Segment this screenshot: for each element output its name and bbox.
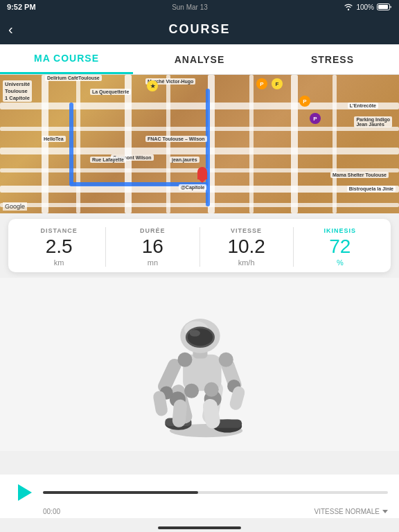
stat-vitesse-label: VITESSE <box>203 227 290 234</box>
robot-avatar <box>130 288 269 441</box>
stat-ikinesis: IKINESIS 72 % <box>294 227 387 267</box>
play-button[interactable] <box>11 480 36 505</box>
svg-point-28 <box>184 384 199 398</box>
map-label-entrecote: L'Entrecôte <box>348 103 378 109</box>
svg-point-27 <box>219 353 233 367</box>
map-icon-5: F <box>272 78 283 89</box>
stat-ikinesis-value: 72 <box>296 237 384 256</box>
battery-label: 100% <box>356 3 374 11</box>
tab-analyse[interactable]: ANALYSE <box>133 44 266 74</box>
svg-point-29 <box>204 382 219 397</box>
stat-duree-label: DURÉE <box>109 227 196 234</box>
svg-point-26 <box>177 353 192 367</box>
map-label-quequette: La Quequetterie <box>90 89 131 95</box>
stat-distance-value: 2.5 <box>15 237 103 256</box>
time-speed-row: 00:00 VITESSE NORMALE <box>11 508 388 515</box>
stat-duree-value: 16 <box>109 237 196 256</box>
map-label-jeanjauressq: jean.jaurès <box>170 157 200 163</box>
google-label: Google <box>3 202 27 211</box>
stat-ikinesis-label: IKINESIS <box>296 227 384 234</box>
header: ‹ COURSE <box>0 14 399 44</box>
back-button[interactable]: ‹ <box>8 21 13 37</box>
playback-row <box>11 480 388 505</box>
stat-vitesse: VITESSE 10.2 km/h <box>200 227 294 267</box>
progress-fill <box>43 491 198 494</box>
map-icon-2: ★ <box>147 80 158 91</box>
map-label-universite: UniversitéToulouse1 Capitole <box>3 80 32 102</box>
map-label-parking: Parking IndigoJean Jaurès <box>354 116 392 127</box>
stat-distance-unit: km <box>15 258 103 267</box>
status-date: Sun Mar 13 <box>172 3 208 11</box>
speed-selector[interactable]: VITESSE NORMALE <box>314 508 388 515</box>
stat-distance: DISTANCE 2.5 km <box>12 227 106 267</box>
stat-duree: DURÉE 16 mn <box>106 227 200 267</box>
playback-controls: 00:00 VITESSE NORMALE <box>0 475 399 518</box>
map-icon-3: P <box>299 96 310 107</box>
stat-distance-label: DISTANCE <box>15 227 103 234</box>
map-background: UniversitéToulouse1 Capitole Marché Vict… <box>0 75 399 213</box>
speed-caret-icon <box>382 510 388 513</box>
svg-rect-1 <box>378 5 388 9</box>
stat-vitesse-unit: km/h <box>203 258 290 267</box>
current-time-label: 00:00 <box>43 508 60 515</box>
status-time: 9:52 PM <box>7 3 36 11</box>
map-label-mama: Mama Shelter Toulouse <box>330 172 389 178</box>
tab-bar: MA COURSE ANALYSE STRESS <box>0 44 399 75</box>
map-label-lafayette: Rue Lafayette <box>90 157 126 163</box>
map-icon-4: P <box>310 113 321 124</box>
play-icon <box>18 484 32 501</box>
map-label-bistro: Bistroquela la Jinie <box>347 186 396 192</box>
map-label-capitole: @Capitole <box>179 184 206 190</box>
status-bar: 9:52 PM Sun Mar 13 100% <box>0 0 399 14</box>
status-right-icons: 100% <box>344 3 392 11</box>
avatar-area <box>0 278 399 451</box>
map-label-hellotea: HelloTea <box>42 136 66 142</box>
map-label-fnac: FNAC Toulouse – Wilson <box>145 136 207 142</box>
svg-point-25 <box>190 330 200 337</box>
home-indicator <box>158 526 241 529</box>
stats-panel: DISTANCE 2.5 km DURÉE 16 mn VITESSE 10.2… <box>8 219 391 272</box>
map-pin-capitole <box>197 167 207 179</box>
progress-bar[interactable] <box>43 491 388 494</box>
tab-ma-course[interactable]: MA COURSE <box>0 44 133 74</box>
stat-duree-unit: mn <box>109 258 196 267</box>
stat-vitesse-value: 10.2 <box>203 237 290 256</box>
stat-ikinesis-unit: % <box>296 258 384 267</box>
page-title: COURSE <box>168 22 230 37</box>
map-label-delirium: Delirium CaféToulouse <box>45 75 102 81</box>
battery-icon <box>377 3 392 10</box>
map-area: UniversitéToulouse1 Capitole Marché Vict… <box>0 75 399 213</box>
wifi-icon <box>344 3 353 10</box>
tab-stress[interactable]: STRESS <box>266 44 399 74</box>
map-icon-1: P <box>256 78 267 89</box>
